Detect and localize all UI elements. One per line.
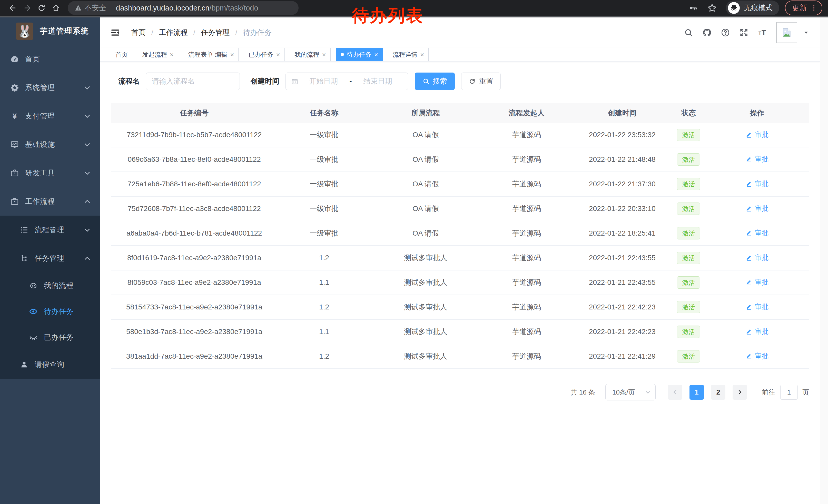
goto-label: 前往 <box>762 388 775 397</box>
process-cell: 测试多审批人 <box>371 278 481 287</box>
action-cell: 审批 <box>705 302 809 312</box>
sidebar-item-label: 基础设施 <box>25 140 55 149</box>
sidebar-item[interactable]: 任务管理 <box>0 244 100 273</box>
face-icon <box>29 281 38 290</box>
sidebar-collapse-icon[interactable] <box>110 28 120 37</box>
back-icon[interactable] <box>6 1 20 15</box>
tab-item[interactable]: 首页 <box>111 48 132 61</box>
search-button[interactable]: 搜索 <box>415 73 455 90</box>
help-icon[interactable] <box>721 28 730 37</box>
app-logo[interactable]: 🐰 芋道管理系统 <box>0 17 100 45</box>
tab-close-icon[interactable]: × <box>230 51 234 58</box>
table-row: 8f059c03-7ac8-11ec-a9e2-a2380e71991a1.1测… <box>111 270 809 295</box>
sidebar-item[interactable]: 我的流程 <box>0 273 100 299</box>
approve-link[interactable]: 审批 <box>745 253 769 262</box>
approve-link[interactable]: 审批 <box>745 327 769 336</box>
font-size-icon[interactable]: TT <box>758 28 767 37</box>
starter-cell: 芋道源码 <box>481 228 573 238</box>
page-scrollbar[interactable] <box>820 17 828 504</box>
table-row: 381aa1dd-7ac8-11ec-a9e2-a2380e71991a1.2测… <box>111 344 809 369</box>
process-name-input[interactable] <box>146 73 240 90</box>
action-cell: 审批 <box>705 204 809 214</box>
browser-update-button[interactable]: 更新 <box>785 1 822 15</box>
home-icon[interactable] <box>49 1 63 15</box>
approve-link[interactable]: 审批 <box>745 154 769 164</box>
sidebar-item[interactable]: 已办任务 <box>0 324 100 350</box>
svg-text:¥: ¥ <box>12 112 17 120</box>
breadcrumb-item[interactable]: 工作流程 <box>159 28 188 37</box>
goto-page-input[interactable] <box>780 385 798 400</box>
address-bar[interactable]: 不安全 dashboard.yudao.iocoder.cn /bpm/task… <box>68 1 299 15</box>
approve-link[interactable]: 审批 <box>745 179 769 188</box>
column-header: 任务编号 <box>111 108 278 118</box>
avatar[interactable] <box>776 22 797 43</box>
tab-close-icon[interactable]: × <box>170 51 174 58</box>
approve-link[interactable]: 审批 <box>745 228 769 238</box>
tab-item[interactable]: 我的流程× <box>290 48 331 61</box>
sidebar-item[interactable]: 系统管理 <box>0 73 100 102</box>
task-id-cell: 8f059c03-7ac8-11ec-a9e2-a2380e71991a <box>111 278 278 287</box>
tab-close-icon[interactable]: × <box>374 51 378 58</box>
sidebar-item-label: 流程管理 <box>35 225 65 235</box>
approve-link[interactable]: 审批 <box>745 204 769 213</box>
process-cell: OA 请假 <box>371 204 481 214</box>
action-cell: 审批 <box>705 327 809 337</box>
process-cell: OA 请假 <box>371 179 481 189</box>
avatar-caret-icon[interactable] <box>803 29 810 36</box>
page-size-select[interactable]: 10条/页 <box>605 384 656 401</box>
fullscreen-icon[interactable] <box>739 28 748 37</box>
tab-item[interactable]: 流程表单-编辑× <box>184 48 239 61</box>
sidebar-item[interactable]: 首页 <box>0 45 100 73</box>
chevron-up-icon <box>83 254 92 263</box>
tab-close-icon[interactable]: × <box>322 51 326 58</box>
sidebar-item[interactable]: 流程管理 <box>0 216 100 244</box>
status-badge: 激活 <box>677 301 700 313</box>
sidebar-item[interactable]: 研发工具 <box>0 159 100 187</box>
tab-item[interactable]: 已办任务× <box>244 48 285 61</box>
prev-page-button[interactable] <box>668 385 682 400</box>
password-key-icon[interactable] <box>688 3 698 13</box>
status-cell: 激活 <box>672 153 705 166</box>
reset-button[interactable]: 重置 <box>461 73 501 90</box>
forward-icon[interactable] <box>20 1 34 15</box>
date-range-picker[interactable]: 开始日期 - 结束日期 <box>286 73 408 90</box>
approve-link[interactable]: 审批 <box>745 302 769 312</box>
sidebar-item[interactable]: ¥支付管理 <box>0 102 100 130</box>
sidebar-item[interactable]: 工作流程 <box>0 187 100 216</box>
bookmark-star-icon[interactable] <box>707 3 717 13</box>
next-page-button[interactable] <box>733 385 747 400</box>
table-row: 58154733-7ac8-11ec-a9e2-a2380e71991a1.2测… <box>111 295 809 320</box>
tab-active[interactable]: 待办任务× <box>336 48 383 61</box>
table-body: 73211d9d-7b9b-11ec-b5b7-acde48001122一级审批… <box>111 123 809 369</box>
tab-item[interactable]: 流程详情× <box>388 48 429 61</box>
reload-icon[interactable] <box>34 1 49 15</box>
sidebar-item[interactable]: 待办任务 <box>0 299 100 324</box>
chevron-down-icon <box>83 112 92 121</box>
github-icon[interactable] <box>702 28 711 37</box>
breadcrumb-item[interactable]: 任务管理 <box>201 28 230 37</box>
sidebar-item[interactable]: 基础设施 <box>0 130 100 159</box>
page-size-value: 10条/页 <box>612 388 635 397</box>
browser-menu-icon[interactable] <box>810 4 818 12</box>
created-time-cell: 2022-01-22 18:25:41 <box>572 229 672 237</box>
tab-close-icon[interactable]: × <box>276 51 280 58</box>
pencil-icon <box>745 303 752 310</box>
approve-link[interactable]: 审批 <box>745 352 769 361</box>
sidebar-item[interactable]: 请假查询 <box>0 350 100 379</box>
page-number-button[interactable]: 2 <box>711 385 726 400</box>
approve-link[interactable]: 审批 <box>745 278 769 287</box>
todo-task-table: 任务编号任务名称所属流程流程发起人创建时间状态操作 73211d9d-7b9b-… <box>111 103 809 369</box>
breadcrumb-item[interactable]: 首页 <box>131 28 146 37</box>
approve-link[interactable]: 审批 <box>745 130 769 139</box>
sidebar-item-label: 系统管理 <box>25 83 55 93</box>
tab-item[interactable]: 发起流程× <box>138 48 178 61</box>
tab-close-icon[interactable]: × <box>420 51 424 58</box>
table-row: 069c6a63-7b8a-11ec-8ef0-acde48001122一级审批… <box>111 147 809 172</box>
search-icon[interactable] <box>684 28 693 37</box>
table-row: a6aba0a4-7b6d-11ec-b781-acde48001122一级审批… <box>111 221 809 246</box>
page-number-button[interactable]: 1 <box>690 385 704 400</box>
breadcrumb-separator: / <box>194 29 196 37</box>
task-id-cell: 8f0d1619-7ac8-11ec-a9e2-a2380e71991a <box>111 254 278 262</box>
filter-form: 流程名 创建时间 开始日期 - 结束日期 搜索 重置 <box>111 73 809 90</box>
security-label[interactable]: 不安全 <box>85 3 106 13</box>
